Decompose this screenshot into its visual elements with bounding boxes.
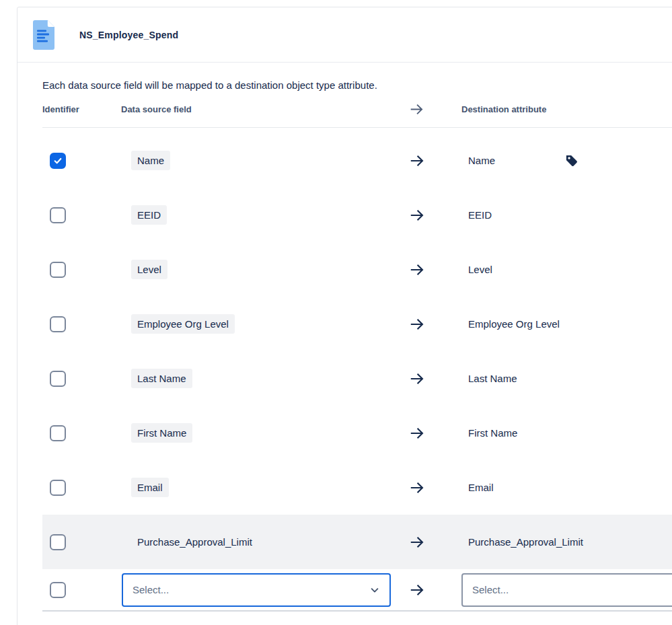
column-header-source: Data source field	[121, 104, 409, 114]
table-header-row: Identifier Data source field Destination…	[42, 91, 672, 128]
card-title: NS_Employee_Spend	[79, 30, 178, 40]
arrow-right-icon	[409, 582, 425, 598]
table-row: Employee Org Level Employee Org Level	[42, 297, 672, 351]
arrow-right-icon	[409, 262, 425, 278]
row-checkbox[interactable]	[50, 425, 66, 441]
arrow-right-icon	[409, 153, 425, 169]
mapping-rows: Name Name EEID EEID	[42, 133, 672, 612]
chevron-down-icon[interactable]	[369, 585, 380, 595]
mapping-description: Each data source field will be mapped to…	[42, 79, 672, 91]
arrow-right-icon	[409, 534, 425, 550]
arrow-right-icon	[409, 480, 425, 496]
arrow-right-icon	[409, 102, 424, 117]
row-checkbox[interactable]	[50, 153, 66, 169]
row-checkbox[interactable]	[50, 371, 66, 387]
source-field-select[interactable]: Select...	[122, 573, 391, 607]
arrow-right-icon	[409, 371, 425, 387]
table-row: Last Name Last Name	[42, 351, 672, 406]
source-field-chip: EEID	[131, 205, 167, 225]
table-row: EEID EEID	[42, 188, 672, 242]
row-checkbox[interactable]	[50, 207, 66, 223]
destination-attribute-value: First Name	[468, 427, 517, 439]
destination-attribute-value: Last Name	[468, 373, 517, 384]
destination-attribute-value: Purchase_Approval_Limit	[468, 536, 583, 548]
row-checkbox[interactable]	[50, 582, 66, 598]
arrow-right-icon	[409, 425, 425, 441]
source-field-chip: First Name	[131, 423, 192, 443]
destination-attribute-select[interactable]: Select...	[461, 573, 672, 607]
table-row: Name Name	[42, 133, 672, 188]
checkmark-icon	[52, 155, 63, 166]
row-checkbox[interactable]	[50, 262, 66, 278]
source-field-chip: Purchase_Approval_Limit	[131, 532, 258, 552]
document-icon	[32, 20, 55, 50]
select-placeholder: Select...	[472, 584, 672, 595]
tag-icon	[565, 154, 578, 167]
source-field-chip: Last Name	[131, 369, 192, 388]
row-checkbox[interactable]	[50, 534, 66, 550]
table-row: Level Level	[42, 242, 672, 297]
destination-attribute-value: Employee Org Level	[468, 318, 560, 330]
table-row: Purchase_Approval_Limit Purchase_Approva…	[42, 515, 672, 569]
arrow-right-icon	[409, 316, 425, 332]
destination-attribute-value: Email	[468, 482, 494, 493]
arrow-right-icon	[409, 207, 425, 223]
source-field-chip: Name	[131, 151, 170, 170]
destination-attribute-value: EEID	[468, 209, 492, 221]
destination-attribute-value: Name	[468, 155, 495, 166]
source-field-chip: Employee Org Level	[131, 314, 235, 334]
row-checkbox[interactable]	[50, 480, 66, 496]
source-field-chip: Email	[131, 478, 169, 497]
column-header-destination: Destination attribute	[461, 104, 672, 114]
destination-attribute-value: Level	[468, 264, 492, 275]
table-row: Email Email	[42, 460, 672, 515]
table-row: First Name First Name	[42, 406, 672, 460]
mapping-card: NS_Employee_Spend Each data source field…	[17, 7, 672, 625]
column-header-identifier: Identifier	[42, 104, 121, 114]
row-checkbox[interactable]	[50, 316, 66, 332]
new-mapping-row: Select... Select...	[42, 569, 672, 612]
source-field-chip: Level	[131, 260, 167, 279]
select-placeholder: Select...	[133, 584, 369, 595]
card-header: NS_Employee_Spend	[17, 7, 672, 63]
